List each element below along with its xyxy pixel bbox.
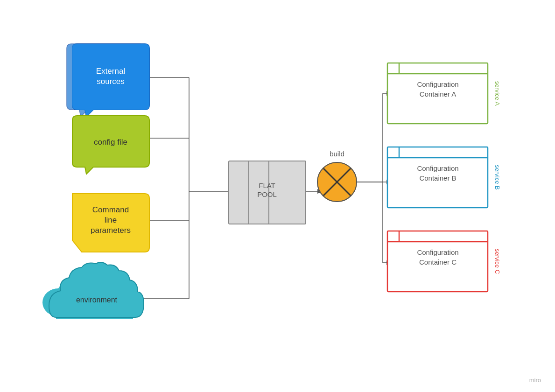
env-label: environment bbox=[76, 296, 118, 304]
cloud-path bbox=[49, 262, 144, 317]
container-a-label1: Configuration bbox=[417, 80, 458, 88]
container-c-label2: Container C bbox=[419, 258, 457, 266]
external-label1: External bbox=[96, 67, 125, 76]
cmd-label3: parameters bbox=[91, 226, 131, 235]
diagram-svg: FLAT POOL build Configuration Container … bbox=[0, 0, 555, 392]
flatpool-label2: POOL bbox=[257, 190, 277, 198]
build-label: build bbox=[330, 150, 344, 158]
diagram-container: FLAT POOL build Configuration Container … bbox=[0, 0, 555, 392]
container-a-label2: Container A bbox=[420, 90, 456, 98]
cmd-label2: line bbox=[105, 216, 117, 224]
miro-watermark: miro bbox=[529, 377, 541, 384]
cmd-label1: Command bbox=[92, 205, 129, 214]
external-label2: sources bbox=[97, 77, 125, 86]
service-b-label: service B bbox=[494, 165, 501, 189]
container-b-label2: Container B bbox=[419, 174, 456, 182]
config-label: config file bbox=[94, 138, 127, 147]
flatpool-label1: FLAT bbox=[259, 182, 275, 189]
service-a-label: service A bbox=[494, 81, 501, 106]
service-c-label: service C bbox=[494, 249, 501, 274]
container-b-label1: Configuration bbox=[417, 164, 458, 172]
container-c-label1: Configuration bbox=[417, 248, 458, 256]
